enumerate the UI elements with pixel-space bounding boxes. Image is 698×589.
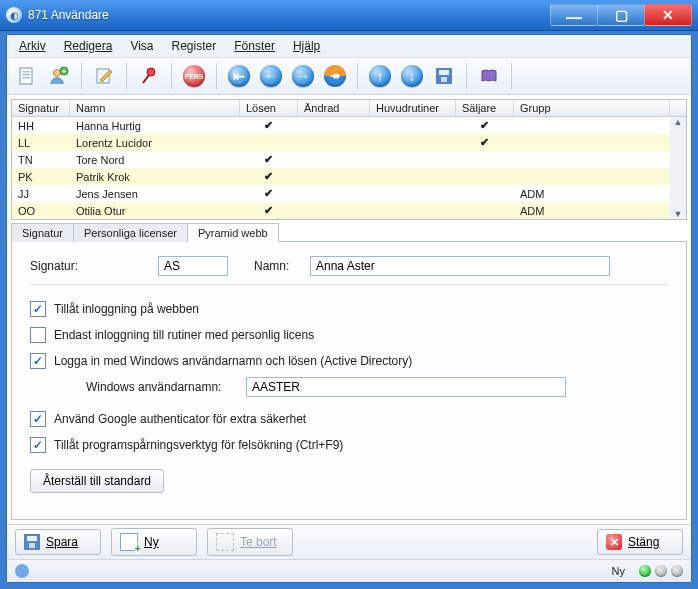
scroll-up-icon[interactable]: ▲ <box>674 117 683 127</box>
col-losen[interactable]: Lösen <box>240 100 298 116</box>
svg-text:+: + <box>62 68 66 75</box>
label-namn: Namn: <box>254 259 310 273</box>
nav-up-icon[interactable]: ↑ <box>366 62 394 90</box>
svg-point-4 <box>54 70 61 77</box>
table-cell: Patrik Krok <box>70 169 240 185</box>
col-saljare[interactable]: Säljare <box>456 100 514 116</box>
delete-button[interactable]: Te bort <box>207 528 293 556</box>
windows-user-input[interactable] <box>246 377 566 397</box>
pin-icon[interactable] <box>135 62 163 90</box>
window-title: 871 Användare <box>28 8 551 22</box>
checkbox-row-webb[interactable]: Tillåt inloggning på webben <box>30 301 668 317</box>
namn-input[interactable] <box>310 256 610 276</box>
menu-hjalp[interactable]: Hjälp <box>287 37 326 55</box>
label-active-directory: Logga in med Windows användarnamn och lö… <box>54 354 412 368</box>
checkbox-tillat-webb[interactable] <box>30 301 46 317</box>
tab-page-pyramid-webb: Signatur: Namn: Tillåt inloggning på web… <box>11 241 687 520</box>
table-cell <box>298 192 370 196</box>
table-cell: LL <box>12 135 70 151</box>
table-cell: Jens Jensen <box>70 186 240 202</box>
menu-arkiv[interactable]: Arkiv <box>13 37 52 55</box>
table-cell <box>456 192 514 196</box>
table-row[interactable]: HHHanna Hurtig✔✔ <box>12 117 670 134</box>
table-cell <box>370 124 456 128</box>
col-namn[interactable]: Namn <box>70 100 240 116</box>
checkbox-endast-licens[interactable] <box>30 327 46 343</box>
nav-prev-icon[interactable]: ← <box>257 62 285 90</box>
table-cell <box>514 175 670 179</box>
title-bar[interactable]: ◐ 871 Användare — ▢ ✕ <box>0 0 698 31</box>
status-led-grey-1 <box>655 565 667 577</box>
window-minimize-button[interactable]: — <box>550 4 598 26</box>
tab-personliga-licenser[interactable]: Personliga licenser <box>73 223 188 242</box>
checkbox-row-ad[interactable]: Logga in med Windows användarnamn och lö… <box>30 353 668 369</box>
checkbox-google-auth[interactable] <box>30 411 46 427</box>
checkbox-row-licens[interactable]: Endast inloggning till rutiner med perso… <box>30 327 668 343</box>
reset-to-default-button[interactable]: Återställ till standard <box>30 469 164 493</box>
divider <box>30 284 668 285</box>
menu-register[interactable]: Register <box>166 37 223 55</box>
pers-badge-icon[interactable]: PERS <box>180 62 208 90</box>
table-row[interactable]: LLLorentz Lucidor✔ <box>12 134 670 151</box>
new-button[interactable]: Ny <box>111 528 197 556</box>
label-endast-licens: Endast inloggning till rutiner med perso… <box>54 328 314 342</box>
checkbox-debug-tool[interactable] <box>30 437 46 453</box>
table-cell: TN <box>12 152 70 168</box>
bottom-toolbar: Spara Ny Te bort ✕ Stäng <box>7 524 691 559</box>
col-grupp[interactable]: Grupp <box>514 100 670 116</box>
table-cell: Tore Nord <box>70 152 240 168</box>
disk-icon <box>24 534 40 550</box>
nav-down-icon[interactable]: ↓ <box>398 62 426 90</box>
checkbox-active-directory[interactable] <box>30 353 46 369</box>
table-cell: ADM <box>514 203 670 219</box>
table-cell <box>370 209 456 213</box>
grid-vertical-scrollbar[interactable]: ▲ ▼ <box>670 117 686 219</box>
svg-line-9 <box>143 75 149 83</box>
menu-redigera[interactable]: Redigera <box>58 37 119 55</box>
save-icon[interactable] <box>430 62 458 90</box>
table-row[interactable]: PKPatrik Krok✔ <box>12 168 670 185</box>
save-button[interactable]: Spara <box>15 529 101 555</box>
table-cell <box>370 192 456 196</box>
col-signatur[interactable]: Signatur <box>12 100 70 116</box>
table-cell: ✔ <box>240 168 298 185</box>
toolbar: + PERS ⇤ ← → ↠ ↑ ↓ <box>7 58 691 95</box>
scroll-down-icon[interactable]: ▼ <box>674 209 683 219</box>
new-document-icon[interactable] <box>13 62 41 90</box>
checkbox-row-google[interactable]: Använd Google authenticator för extra sä… <box>30 411 668 427</box>
signatur-input[interactable] <box>158 256 228 276</box>
nav-last-icon[interactable]: ↠ <box>321 62 349 90</box>
tab-signatur[interactable]: Signatur <box>11 223 74 242</box>
window-maximize-button[interactable]: ▢ <box>597 4 645 26</box>
close-button[interactable]: ✕ Stäng <box>597 529 683 555</box>
table-row[interactable]: JJJens Jensen✔ADM <box>12 185 670 202</box>
nav-next-icon[interactable]: → <box>289 62 317 90</box>
grid-body[interactable]: HHHanna Hurtig✔✔LLLorentz Lucidor✔TNTore… <box>12 117 670 219</box>
table-cell <box>370 158 456 162</box>
label-tillat-webb: Tillåt inloggning på webben <box>54 302 199 316</box>
menu-visa[interactable]: Visa <box>124 37 159 55</box>
col-huvudrutiner[interactable]: Huvudrutiner <box>370 100 456 116</box>
book-help-icon[interactable] <box>475 62 503 90</box>
menu-fonster[interactable]: Fönster <box>228 37 281 55</box>
table-cell: ✔ <box>240 117 298 134</box>
table-row[interactable]: OOOtilia Otur✔ADM <box>12 202 670 219</box>
col-andrad[interactable]: Ändrad <box>298 100 370 116</box>
grid-scroll-header <box>670 100 686 116</box>
table-cell <box>298 158 370 162</box>
table-cell: JJ <box>12 186 70 202</box>
table-cell <box>456 175 514 179</box>
window-close-button[interactable]: ✕ <box>644 4 692 26</box>
table-row[interactable]: TNTore Nord✔ <box>12 151 670 168</box>
nav-first-icon[interactable]: ⇤ <box>225 62 253 90</box>
checkbox-row-debug[interactable]: Tillåt programspårningsverktyg för felsö… <box>30 437 668 453</box>
table-cell: HH <box>12 118 70 134</box>
add-user-icon[interactable]: + <box>45 62 73 90</box>
edit-note-icon[interactable] <box>90 62 118 90</box>
label-signatur: Signatur: <box>30 259 158 273</box>
table-cell: ✔ <box>456 134 514 151</box>
table-cell <box>298 124 370 128</box>
tab-pyramid-webb[interactable]: Pyramid webb <box>187 223 279 242</box>
table-cell <box>456 209 514 213</box>
table-cell: ✔ <box>240 185 298 202</box>
